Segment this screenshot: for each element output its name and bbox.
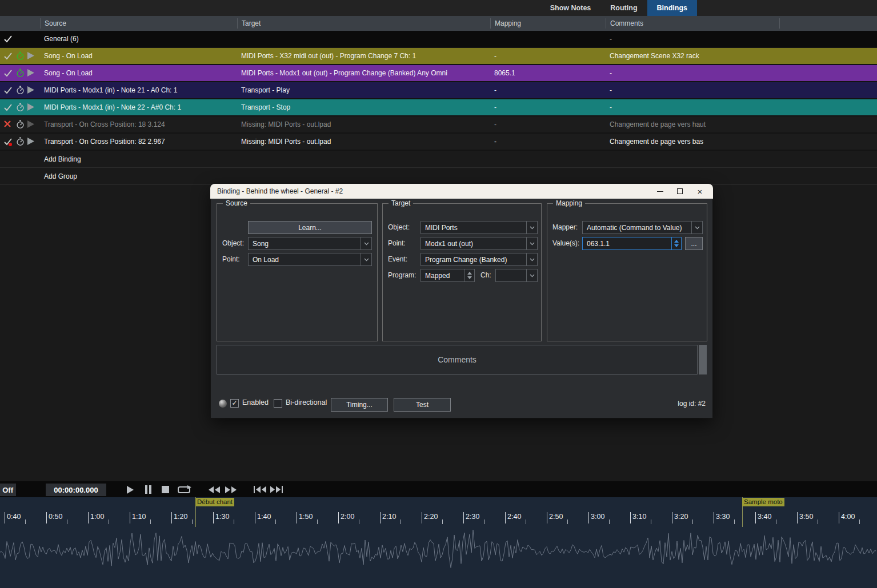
target-object-combo[interactable]: MIDI Ports (421, 221, 538, 234)
target-program-spinbox[interactable]: Mapped (421, 269, 475, 282)
timer-icon[interactable] (16, 120, 25, 129)
time-tick-label: 1:10 (132, 513, 146, 521)
target-event-combo[interactable]: Program Change (Banked) (421, 253, 538, 266)
binding-row[interactable]: MIDI Ports - Modx1 (in) - Note 21 - A0 C… (0, 82, 877, 99)
group-row[interactable]: General (6)- (0, 31, 877, 48)
time-tick (338, 512, 339, 523)
tab-strip: Show NotesRoutingBindings (540, 0, 697, 16)
timeline-panel[interactable]: 0:400:501:001:101:201:301:401:502:002:10… (0, 497, 877, 588)
binding-row[interactable]: Song - On LoadMIDI Ports - X32 midi out … (0, 48, 877, 65)
enabled-check-icon[interactable] (3, 51, 13, 61)
source-point-combo[interactable]: On Load (248, 253, 372, 266)
play-button[interactable] (122, 483, 137, 496)
test-play-icon[interactable] (27, 69, 36, 78)
source-object-combo[interactable]: Song (248, 237, 372, 250)
mapping-cell: - (490, 52, 606, 60)
time-tick (505, 512, 506, 523)
skip-to-end-button[interactable] (269, 483, 283, 496)
binding-row[interactable]: Song - On LoadMIDI Ports - Modx1 out (ou… (0, 65, 877, 82)
tab-show-notes[interactable]: Show Notes (540, 0, 601, 16)
values-more-button[interactable]: ... (685, 237, 703, 250)
comments-textarea[interactable]: Comments (217, 345, 698, 374)
timer-icon[interactable] (16, 69, 25, 78)
skip-to-start-button[interactable] (253, 483, 267, 496)
learn-button[interactable]: Learn... (248, 221, 372, 234)
column-header-target[interactable]: Target (237, 18, 490, 29)
target-cell: MIDI Ports - Modx1 out (out) - Program C… (237, 69, 490, 77)
close-button[interactable]: × (690, 184, 710, 199)
loop-button[interactable] (175, 483, 193, 496)
enabled-check-icon[interactable] (3, 137, 13, 146)
test-play-icon[interactable] (27, 86, 36, 95)
binding-row[interactable]: Transport - On Cross Position: 82 2.967M… (0, 134, 877, 151)
dialog-title: Binding - Behind the wheel - General - #… (217, 187, 343, 195)
time-tick-label: 0:40 (7, 513, 21, 521)
fast-forward-button[interactable] (223, 483, 238, 496)
mapping-cell: - (490, 120, 606, 128)
comments-scrollbar[interactable] (699, 345, 707, 374)
enabled-checkbox[interactable]: ✓ (230, 399, 239, 408)
pause-button[interactable] (141, 483, 155, 496)
target-point-combo[interactable]: Modx1 out (out) (421, 237, 538, 250)
transport-time-display: 00:00:00.000 (46, 484, 106, 496)
tab-routing[interactable]: Routing (600, 0, 647, 16)
enabled-check-icon[interactable] (3, 69, 13, 78)
transport-off-button[interactable]: Off (0, 484, 16, 496)
timer-icon[interactable] (16, 137, 25, 146)
error-x-icon[interactable] (3, 120, 13, 129)
add-binding-row[interactable]: Add Binding (0, 151, 877, 168)
time-tick (88, 512, 89, 523)
stop-button[interactable] (158, 483, 173, 496)
column-header-source[interactable]: Source (40, 18, 237, 29)
timeline-marker[interactable]: Sample moto (742, 498, 784, 506)
row-status-icons (0, 116, 40, 132)
comments-cell: Changement de page vers haut (606, 120, 779, 128)
timing-button[interactable]: Timing... (331, 398, 388, 412)
time-tick (588, 512, 589, 523)
tab-bindings[interactable]: Bindings (647, 0, 697, 16)
time-tick-label: 2:30 (466, 513, 479, 521)
maximize-button[interactable] (670, 184, 690, 199)
test-play-icon[interactable] (27, 51, 36, 61)
column-header-comments[interactable]: Comments (606, 18, 779, 29)
bidirectional-checkbox[interactable] (274, 399, 282, 408)
test-button[interactable]: Test (394, 398, 451, 412)
dialog-titlebar[interactable]: Binding - Behind the wheel - General - #… (210, 184, 713, 199)
time-tick-label: 2:40 (507, 513, 521, 521)
timer-icon[interactable] (16, 86, 25, 95)
test-play-icon[interactable] (27, 137, 36, 146)
values-input[interactable]: 063.1.1 (582, 237, 682, 250)
rewind-button[interactable] (207, 483, 222, 496)
timer-icon[interactable] (16, 51, 25, 61)
time-tick-minor (67, 519, 67, 524)
source-cell: Transport - On Cross Position: 82 2.967 (40, 138, 237, 146)
column-header-mapping[interactable]: Mapping (490, 18, 606, 29)
add-group-row[interactable]: Add Group (0, 168, 877, 185)
spinner-arrows-icon[interactable] (671, 237, 681, 249)
spinner-arrows-icon[interactable] (464, 269, 474, 281)
binding-row[interactable]: Transport - On Cross Position: 18 3.124M… (0, 116, 877, 134)
source-cell: MIDI Ports - Modx1 (in) - Note 22 - A#0 … (40, 103, 237, 111)
time-tick-label: 4:00 (841, 513, 855, 521)
test-play-icon[interactable] (27, 120, 36, 129)
time-tick (755, 512, 756, 523)
minimize-button[interactable] (650, 184, 670, 199)
chevron-down-icon (526, 237, 537, 249)
time-tick (255, 512, 255, 523)
comments-cell: - (606, 35, 779, 43)
binding-row[interactable]: MIDI Ports - Modx1 (in) - Note 22 - A#0 … (0, 99, 877, 116)
timeline-marker[interactable]: Début chant (195, 498, 234, 506)
row-status-icons (0, 168, 40, 184)
time-tick-minor (317, 519, 318, 524)
row-status-icons (0, 99, 40, 115)
enabled-check-icon[interactable] (3, 86, 13, 95)
target-ch-combo[interactable] (495, 269, 538, 282)
time-tick-label: 3:20 (674, 513, 688, 521)
test-play-icon[interactable] (27, 103, 36, 112)
enabled-check-icon[interactable] (3, 103, 13, 112)
target-point-label: Point: (388, 237, 406, 250)
timer-icon[interactable] (16, 103, 25, 112)
enabled-check-icon[interactable] (3, 34, 13, 43)
time-tick-label: 3:50 (799, 513, 813, 521)
mapper-combo[interactable]: Automatic (Command to Value) (582, 221, 703, 234)
